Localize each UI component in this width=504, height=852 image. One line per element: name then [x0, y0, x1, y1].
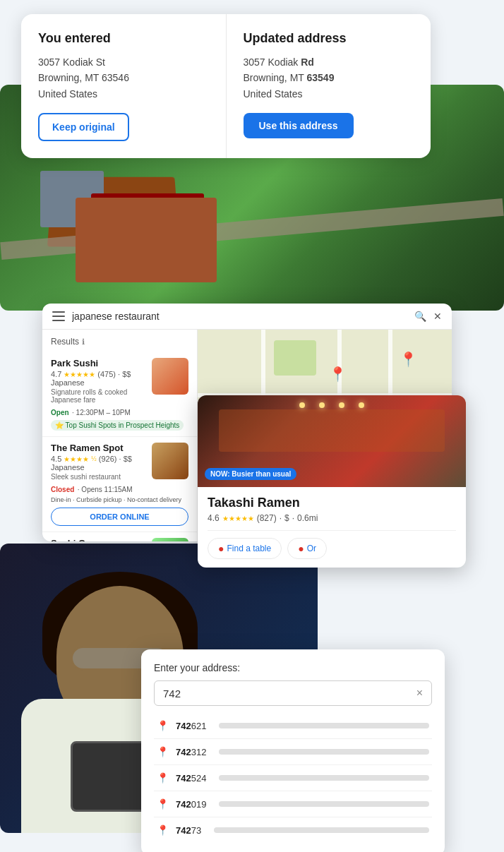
order-icon: ● [298, 543, 304, 554]
suggestion-74273[interactable]: 📍 74273 [154, 817, 432, 843]
suggestion-bar-1 [219, 723, 429, 728]
results-header: Results ℹ [42, 337, 197, 352]
search-icon[interactable]: 🔍 [414, 311, 426, 322]
order-online-button[interactable]: ORDER ONLINE [51, 508, 188, 526]
suggestion-text-1: 742621 [176, 721, 206, 731]
map-pin-1[interactable]: 📍 [329, 366, 347, 383]
restaurant-actions: ● Find a table ● Or [208, 530, 456, 559]
address-autocomplete-card: Enter your address: × 📍 742621 📍 742312 … [141, 649, 445, 852]
suggestion-text-2: 742312 [176, 747, 206, 757]
find-table-button[interactable]: ● Find a table [208, 538, 282, 559]
building-roof-2 [91, 193, 204, 257]
building-roof-1 [40, 171, 104, 227]
restaurant-meta: 4.6 ★★★★★ (827) · $ · 0.6mi [208, 513, 456, 523]
maps-results-sidebar: Results ℹ Park Sushi 4.7 ★★★★★ (475) · $… [42, 330, 198, 541]
light-1 [299, 402, 305, 408]
original-line2: Browning, MT 63546 [38, 70, 209, 85]
autocomplete-input-row: × [154, 680, 432, 706]
ramen-spot-status: Closed · Opens 11:15AM [51, 482, 188, 495]
restaurant-lights [299, 402, 364, 408]
maps-search-input[interactable] [72, 311, 407, 322]
ramen-features: Dine-in · Curbside pickup · No-contact d… [51, 496, 188, 503]
updated-line2: Browning, MT 63549 [244, 70, 414, 85]
map-park-block [274, 340, 316, 376]
result-park-sushi[interactable]: Park Sushi 4.7 ★★★★★ (475) · $$ Japanese… [42, 352, 197, 437]
restaurant-info: Takashi Ramen 4.6 ★★★★★ (827) · $ · 0.6m… [198, 487, 466, 568]
light-3 [339, 402, 344, 408]
pin-icon-4: 📍 [157, 798, 169, 810]
light-4 [359, 402, 364, 408]
suggestion-bar-3 [219, 775, 429, 781]
light-2 [319, 402, 325, 408]
original-line1: 3057 Kodiak St [38, 54, 209, 70]
restaurant-name: Takashi Ramen [208, 496, 456, 510]
ramen-thumbnail [152, 443, 188, 479]
original-heading: You entered [38, 31, 209, 46]
pin-icon: 📍 [157, 720, 169, 731]
pin-icon-2: 📍 [157, 746, 169, 757]
updated-address-side: Updated address 3057 Kodiak Rd Browning,… [226, 14, 431, 158]
suggestion-bar-5 [214, 827, 429, 833]
map-pin-2[interactable]: 📍 [400, 351, 417, 368]
suggestion-text-5: 74273 [176, 825, 201, 836]
close-icon[interactable]: ✕ [433, 311, 442, 322]
table-icon: ● [218, 543, 224, 554]
sushi-thumbnail [152, 358, 188, 395]
park-sushi-rating: 4.7 ★★★★★ (475) · $$ [51, 370, 146, 378]
maps-search-bar: 🔍 ✕ [42, 304, 452, 330]
ramen-spot-rating: 4.5 ★★★★ ½ (926) · $$ [51, 455, 146, 463]
clear-input-icon[interactable]: × [416, 687, 423, 700]
sushig-thumbnail [152, 538, 188, 541]
suggestion-text-3: 742524 [176, 773, 206, 784]
pin-icon-5: 📍 [157, 824, 169, 836]
suggestion-742524[interactable]: 📍 742524 [154, 765, 432, 791]
busy-badge: NOW: Busier than usual [205, 468, 296, 480]
updated-line1: 3057 Kodiak Rd [244, 54, 414, 70]
pin-icon-3: 📍 [157, 772, 169, 784]
original-line3: United States [38, 86, 209, 102]
aerial-road [0, 198, 503, 260]
info-icon: ℹ [82, 337, 85, 347]
updated-heading: Updated address [244, 31, 414, 46]
restaurant-detail-card: NOW: Busier than usual Takashi Ramen 4.6… [198, 395, 466, 568]
suggestion-742019[interactable]: 📍 742019 [154, 791, 432, 817]
park-sushi-status: Open · 12:30PM – 10PM [51, 405, 188, 418]
suggestion-bar-2 [219, 749, 429, 755]
park-sushi-badge: ⭐ Top Sushi Spots in Prospect Heights [51, 420, 184, 431]
updated-line3: United States [244, 86, 414, 102]
result-ramen-spot[interactable]: The Ramen Spot 4.5 ★★★★ ½ (926) · $$ Jap… [42, 437, 197, 532]
suggestion-742312[interactable]: 📍 742312 [154, 739, 432, 765]
original-address-side: You entered 3057 Kodiak St Browning, MT … [21, 14, 226, 158]
hamburger-menu-icon[interactable] [52, 311, 65, 321]
suggestion-742621[interactable]: 📍 742621 [154, 713, 432, 739]
suggestion-bar-4 [219, 801, 429, 807]
result-sushi-g[interactable]: Sushi G 4.4 ★★★★ (176) · $$ Japanese [42, 532, 197, 541]
autocomplete-label: Enter your address: [154, 662, 432, 673]
order-button[interactable]: ● Or [287, 538, 327, 559]
suggestion-text-4: 742019 [176, 799, 206, 810]
address-input[interactable] [163, 688, 416, 700]
keep-original-button[interactable]: Keep original [38, 113, 129, 141]
restaurant-photo: NOW: Busier than usual [198, 395, 466, 487]
use-this-address-button[interactable]: Use this address [244, 113, 354, 138]
address-verification-card: You entered 3057 Kodiak St Browning, MT … [21, 14, 431, 158]
